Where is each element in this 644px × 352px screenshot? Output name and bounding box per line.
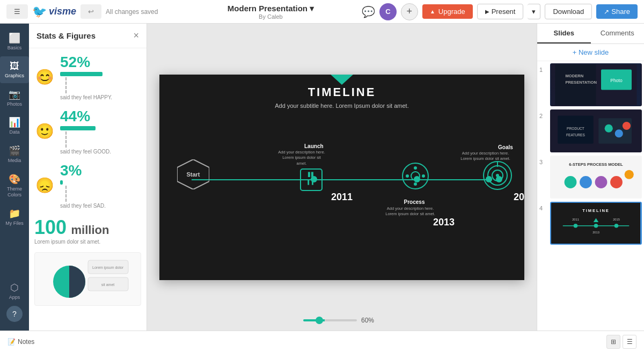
process-desc: Add your description here. Lorem ipsum d… xyxy=(385,206,436,217)
svg-text:2015: 2015 xyxy=(613,218,620,221)
svg-point-41 xyxy=(625,170,634,179)
sidebar-item-media[interactable]: 🎬 Media xyxy=(0,141,29,168)
panel-title: Stats & Figures xyxy=(36,31,96,40)
slide-thumb-2[interactable]: 2 PRODUCT FEATURES xyxy=(539,109,642,152)
svg-text:MODERN: MODERN xyxy=(566,74,584,78)
logo-text: visme xyxy=(49,6,76,17)
view-icons: ⊞ ☰ xyxy=(606,335,636,349)
photos-icon: 📷 xyxy=(9,89,20,100)
sidebar-label-my-files: My Files xyxy=(5,221,24,226)
sidebar-item-my-files[interactable]: 📁 My Files xyxy=(0,203,29,231)
logo: 🐦 visme xyxy=(32,5,76,19)
svg-text:Start: Start xyxy=(186,171,200,178)
end-dot xyxy=(486,176,492,182)
big-stat-number: 100 xyxy=(34,216,67,238)
svg-point-13 xyxy=(414,182,417,186)
main-layout: ⬜ Basics 🖼 Graphics 📷 Photos 📊 Data 🎬 Me… xyxy=(0,24,644,331)
sidebar: ⬜ Basics 🖼 Graphics 📷 Photos 📊 Data 🎬 Me… xyxy=(0,24,29,331)
present-more-button[interactable]: ▾ xyxy=(528,4,540,19)
sidebar-item-basics[interactable]: ⬜ Basics xyxy=(0,28,29,55)
sidebar-item-theme-colors[interactable]: 🎨 Theme Colors xyxy=(0,169,29,202)
svg-point-15 xyxy=(422,174,425,178)
autosave-status: All changes saved xyxy=(106,8,158,16)
sidebar-item-data[interactable]: 📊 Data xyxy=(0,112,29,140)
presentation-title[interactable]: Modern Presentation ▾ xyxy=(228,4,314,13)
zoom-label: 60% xyxy=(361,317,380,324)
slide-triangle xyxy=(330,75,354,85)
slide-num-2: 2 xyxy=(539,109,547,152)
slides-list: 1 MODERN PRESENTATION Photo 2 xyxy=(537,61,644,331)
svg-point-12 xyxy=(414,166,417,170)
stat-percent-good: 44% xyxy=(60,108,90,125)
svg-point-32 xyxy=(605,124,613,133)
grid-view-button[interactable]: ⊞ xyxy=(606,335,620,349)
svg-point-40 xyxy=(610,176,623,188)
panel-close-button[interactable]: × xyxy=(133,30,139,41)
presentation-title-text: Modern Presentation xyxy=(228,4,308,13)
topbar-left: ☰ 🐦 visme ↩ All changes saved xyxy=(6,4,180,19)
svg-point-46 xyxy=(574,224,578,228)
slide-img-3[interactable]: 6-STEPS PROCESS MODEL xyxy=(550,156,642,199)
theme-colors-icon: 🎨 xyxy=(9,173,20,185)
upgrade-button[interactable]: Upgrade xyxy=(422,4,473,19)
logo-bird: 🐦 xyxy=(32,5,47,19)
tab-comments[interactable]: Comments xyxy=(591,24,645,43)
slide-thumb-4[interactable]: 4 TIMELINE 2011 2013 2015 xyxy=(539,202,642,245)
sidebar-item-apps[interactable]: ⬡ Apps xyxy=(0,277,29,305)
sidebar-item-photos[interactable]: 📷 Photos xyxy=(0,84,29,112)
goals-dot xyxy=(496,176,502,182)
present-button[interactable]: Present xyxy=(477,4,524,19)
download-button[interactable]: Download xyxy=(545,4,592,19)
svg-text:6-STEPS PROCESS MODEL: 6-STEPS PROCESS MODEL xyxy=(569,162,623,167)
slide-img-2[interactable]: PRODUCT FEATURES xyxy=(550,109,642,152)
process-label: Process xyxy=(393,199,436,205)
undo-button[interactable]: ↩ xyxy=(80,4,101,19)
zoom-slider[interactable] xyxy=(303,319,357,321)
user-avatar[interactable]: C xyxy=(379,3,397,20)
svg-point-48 xyxy=(614,224,619,228)
svg-text:Photo: Photo xyxy=(610,78,623,83)
list-view-button[interactable]: ☰ xyxy=(623,335,636,349)
help-button[interactable]: ? xyxy=(6,306,23,322)
basics-icon: ⬜ xyxy=(9,32,20,44)
tab-slides[interactable]: Slides xyxy=(537,24,591,43)
hamburger-menu[interactable]: ☰ xyxy=(6,4,28,19)
svg-point-34 xyxy=(623,122,631,130)
stat-item-happy: 😊 52% said they feel HAPPY. xyxy=(34,54,141,100)
graphics-icon: 🖼 xyxy=(10,61,19,72)
sidebar-label-graphics: Graphics xyxy=(5,73,24,79)
launch-year: 2011 xyxy=(331,192,353,203)
big-stat: 100 million Lorem ipsum dolor sit amet. xyxy=(34,216,141,245)
share-button[interactable]: Share xyxy=(596,4,638,19)
svg-point-37 xyxy=(565,176,577,188)
slide-thumb-3[interactable]: 3 6-STEPS PROCESS MODEL xyxy=(539,156,642,199)
launch-label: Launch xyxy=(304,143,324,149)
apps-icon: ⬡ xyxy=(10,282,19,294)
sidebar-label-media: Media xyxy=(8,158,21,164)
sidebar-label-data: Data xyxy=(9,129,19,135)
add-collaborator-button[interactable]: + xyxy=(401,3,418,20)
comment-button[interactable]: 💬 xyxy=(362,5,375,18)
presentation-subtitle: By Caleb xyxy=(259,13,283,20)
my-files-icon: 📁 xyxy=(9,208,20,219)
goals-shape xyxy=(481,159,514,192)
stats-panel: Stats & Figures × 😊 52% said they feel H… xyxy=(29,24,147,331)
slide-img-4[interactable]: TIMELINE 2011 2013 2015 xyxy=(550,202,642,245)
notes-button[interactable]: 📝 Notes xyxy=(8,338,34,346)
chart-preview[interactable]: Lorem ipsum dolor sit amet xyxy=(34,252,141,306)
slide-canvas[interactable]: TIMELINE Add your subtitle here. Lorem I… xyxy=(159,75,524,280)
sidebar-item-graphics[interactable]: 🖼 Graphics xyxy=(0,56,29,83)
zoom-bar: 60% xyxy=(303,317,380,324)
big-stat-unit: million xyxy=(71,223,109,237)
slide-subtitle: Add your subtitle here. Lorem Ipsum dolo… xyxy=(159,102,524,109)
notes-label: Notes xyxy=(18,338,34,346)
svg-text:Lorem ipsum dolor: Lorem ipsum dolor xyxy=(92,266,124,270)
slide-thumb-1[interactable]: 1 MODERN PRESENTATION Photo xyxy=(539,63,642,106)
canvas-area[interactable]: TIMELINE Add your subtitle here. Lorem I… xyxy=(147,24,537,331)
new-slide-button[interactable]: + New slide xyxy=(537,44,644,61)
svg-point-39 xyxy=(595,176,608,188)
slide-img-1[interactable]: MODERN PRESENTATION Photo xyxy=(550,63,642,106)
stat-item-good: 🙂 44% said they feel GOOD. xyxy=(34,108,141,155)
svg-point-33 xyxy=(615,129,623,137)
slide-num-3: 3 xyxy=(539,156,547,199)
